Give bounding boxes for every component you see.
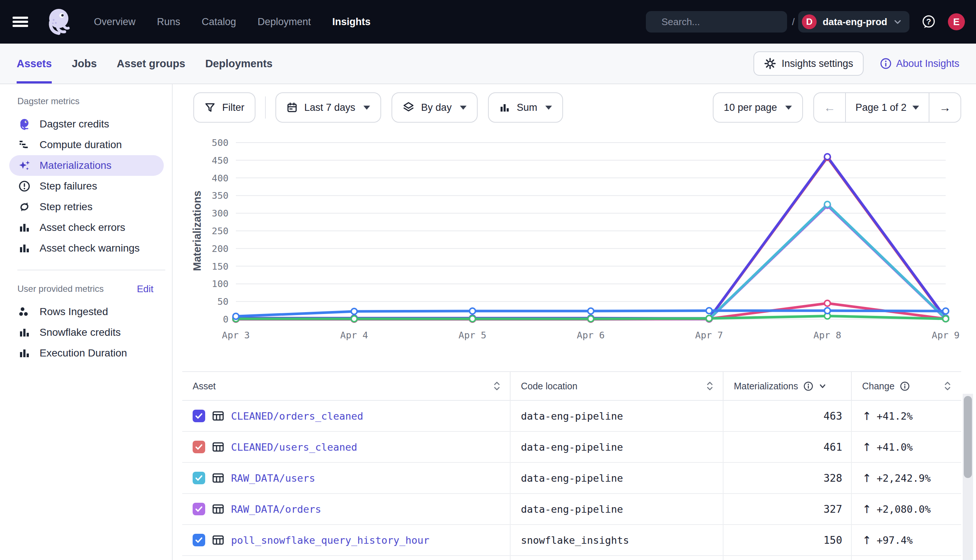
asset-link[interactable]: RAW_DATA/users: [231, 472, 315, 484]
change-value: +2,080.0%: [877, 503, 931, 515]
y-tick-label: 200: [212, 243, 229, 254]
sidebar-item-dagster-credits[interactable]: Dagster credits: [9, 114, 164, 135]
sidebar-item-step-retries[interactable]: Step retries: [9, 197, 164, 217]
sidebar-item-label: Step failures: [40, 180, 97, 192]
series-line-cleaned-users-cleaned: [236, 157, 946, 319]
code-location-cell: data-eng-pipeline: [510, 556, 723, 560]
sidebar-item-asset-check-errors[interactable]: Asset check errors: [9, 217, 164, 238]
assets-table: AssetCode locationMaterializationsChange…: [182, 371, 961, 560]
about-insights-link[interactable]: About Insights: [880, 58, 959, 70]
column-label: Materializations: [734, 381, 798, 392]
tab-assets[interactable]: Assets: [17, 43, 52, 83]
chart-toolbar: Filter Last 7 days By day Sum: [193, 92, 961, 123]
search-box[interactable]: /: [646, 11, 787, 33]
caret-down-icon: [912, 106, 919, 110]
sidebar-item-compute-duration[interactable]: Compute duration: [9, 135, 164, 155]
nav-item-runs[interactable]: Runs: [157, 16, 180, 28]
nav-item-deployment[interactable]: Deployment: [258, 16, 311, 28]
series-checkbox[interactable]: [192, 503, 205, 515]
change-value: +41.2%: [877, 410, 913, 422]
arrow-left-icon: ←: [824, 101, 836, 115]
tab-jobs[interactable]: Jobs: [72, 43, 97, 83]
asset-link[interactable]: CLEANED/orders_cleaned: [231, 410, 363, 422]
asset-table-icon: [212, 472, 224, 484]
series-checkbox[interactable]: [192, 472, 205, 484]
column-header-code-location[interactable]: Code location: [510, 372, 723, 400]
dagster-logo-icon[interactable]: [42, 5, 75, 38]
gear-icon: [764, 57, 776, 70]
asset-link[interactable]: RAW_DATA/orders: [231, 503, 321, 515]
scrollbar-thumb[interactable]: [964, 396, 972, 478]
org-switcher[interactable]: D data-eng-prod: [798, 11, 909, 33]
asset-link[interactable]: poll_snowflake_query_history_hour: [231, 535, 429, 546]
sort-chevron-down-icon[interactable]: [819, 382, 827, 390]
change-value: +41.0%: [877, 442, 913, 453]
aggregation-dropdown[interactable]: Sum: [488, 92, 563, 123]
asset-cell: poll_snowflake_query_history_hour: [182, 525, 510, 555]
asset-link[interactable]: CLEANED/users_cleaned: [231, 442, 357, 453]
org-name: data-eng-prod: [822, 16, 887, 28]
series-line-raw-data-orders: [236, 205, 946, 319]
sidebar-item-asset-check-warnings[interactable]: Asset check warnings: [9, 238, 164, 258]
sort-icon[interactable]: [943, 381, 952, 391]
search-input[interactable]: [661, 16, 786, 28]
granularity-dropdown[interactable]: By day: [391, 92, 478, 123]
date-range-dropdown[interactable]: Last 7 days: [276, 92, 381, 123]
series-checkbox[interactable]: [192, 410, 205, 422]
per-page-dropdown[interactable]: 10 per page: [713, 92, 803, 123]
data-point-cleaned-orders-cleaned: [824, 154, 831, 160]
sidebar-item-materializations[interactable]: Materializations: [9, 155, 164, 176]
code-location-cell: data-eng-pipeline: [510, 432, 723, 462]
data-point-series-pink: [824, 300, 831, 306]
edit-user-metrics-link[interactable]: Edit: [137, 283, 154, 295]
data-point-series-green: [943, 316, 949, 322]
hamburger-menu-icon[interactable]: [11, 14, 30, 29]
asset-cell: CLEANED/…: [182, 556, 510, 560]
insights-settings-button[interactable]: Insights settings: [754, 51, 864, 76]
table-row-poll-snowflake-query-history-hour: poll_snowflake_query_history_hoursnowfla…: [182, 525, 961, 556]
tab-deployments[interactable]: Deployments: [205, 43, 272, 83]
dots-icon: [18, 305, 31, 318]
toolbar-divider: [265, 97, 266, 118]
caret-down-icon: [460, 106, 466, 110]
series-line-cleaned-orders-cleaned: [236, 157, 946, 318]
help-icon[interactable]: ?: [921, 14, 937, 30]
asset-table-icon: [212, 503, 224, 515]
series-checkbox[interactable]: [192, 441, 205, 453]
duration-icon: [18, 138, 31, 151]
tab-asset-groups[interactable]: Asset groups: [117, 43, 185, 83]
next-page-button[interactable]: →: [929, 93, 961, 122]
prev-page-button[interactable]: ←: [814, 93, 845, 122]
info-icon[interactable]: [900, 381, 910, 391]
sidebar-item-rows-ingested[interactable]: Rows Ingested: [9, 302, 164, 322]
info-icon[interactable]: [803, 381, 813, 391]
change-cell: [851, 556, 961, 560]
sort-icon[interactable]: [493, 381, 501, 391]
filter-button[interactable]: Filter: [193, 92, 256, 123]
sidebar-item-execution-duration[interactable]: Execution Duration: [9, 343, 164, 363]
column-header-asset[interactable]: Asset: [182, 372, 510, 400]
nav-item-overview[interactable]: Overview: [94, 16, 136, 28]
code-location-cell: snowflake_insights: [510, 525, 723, 555]
page-indicator-dropdown[interactable]: Page 1 of 2: [845, 93, 929, 122]
line-chart-canvas[interactable]: 050100150200250300350400450500Materializ…: [173, 133, 975, 347]
nav-item-insights[interactable]: Insights: [333, 16, 371, 28]
data-point-poll-snowflake-query-history-hour: [351, 308, 357, 314]
table-row-raw-data-orders: RAW_DATA/ordersdata-eng-pipeline327↑+2,0…: [182, 494, 961, 525]
column-header-change[interactable]: Change: [851, 372, 961, 400]
materializations-cell: 461: [723, 432, 851, 462]
sidebar-item-step-failures[interactable]: Step failures: [9, 176, 164, 197]
sort-icon[interactable]: [706, 381, 714, 391]
pagination-control: ← Page 1 of 2 →: [813, 92, 961, 123]
user-avatar[interactable]: E: [948, 13, 965, 30]
sidebar-item-snowflake-credits[interactable]: Snowflake credits: [9, 322, 164, 343]
materializations-chart: 050100150200250300350400450500Materializ…: [173, 133, 976, 347]
series-checkbox[interactable]: [192, 534, 205, 546]
nav-item-catalog[interactable]: Catalog: [202, 16, 236, 28]
insights-subnav: AssetsJobsAsset groupsDeployments Insigh…: [0, 43, 976, 84]
materializations-cell: 150: [723, 525, 851, 555]
sidebar-item-label: Execution Duration: [40, 347, 127, 359]
y-tick-label: 500: [212, 137, 229, 148]
column-header-materializations[interactable]: Materializations: [723, 372, 851, 400]
user-metrics-title: User provided metrics: [17, 284, 104, 294]
